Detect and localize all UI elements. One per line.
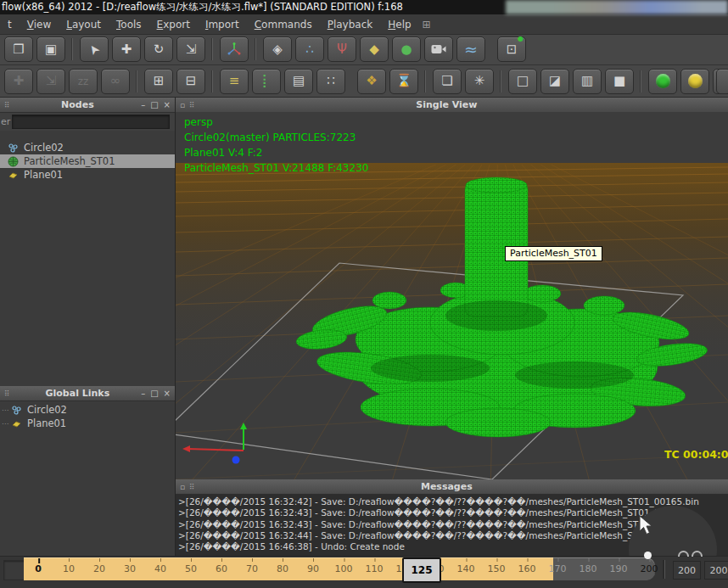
mouse-cursor-icon <box>638 515 657 537</box>
messages-header: ▫ ⠿ Messages <box>176 479 728 495</box>
emitter-panel-button[interactable]: ≡ <box>220 69 249 94</box>
menu-item-help[interactable]: Help <box>380 15 418 34</box>
nodes-panel: ⠿ Nodes – □ × er Circle02 <box>0 98 176 386</box>
hub-button[interactable]: ⊡● <box>497 36 526 62</box>
axis-tool-button[interactable] <box>220 36 249 62</box>
particle-ring-button[interactable]: ∷ <box>316 69 345 94</box>
grip-icon[interactable]: ⠿ <box>4 389 10 398</box>
menu-item-export[interactable]: Export <box>149 15 198 34</box>
focus-cube-button[interactable]: ❏ <box>433 69 462 94</box>
toolbar-separator <box>253 38 259 60</box>
cube-solid-button[interactable]: ■ <box>605 69 634 94</box>
menu-item-playback[interactable]: Playback <box>320 15 381 34</box>
glow-button[interactable]: ✳ <box>465 69 494 94</box>
yellow-light-icon <box>688 74 703 88</box>
menu-item-layout[interactable]: Layout <box>59 15 109 34</box>
grip-icon[interactable]: ⠿ <box>189 101 195 109</box>
minimize-icon[interactable]: – <box>141 100 146 109</box>
ruler-button[interactable]: ▤ <box>284 69 313 94</box>
cache-cube-b-button[interactable]: ⊟ <box>176 69 205 94</box>
emitter-circle-icon <box>8 143 19 154</box>
rotate-tool-button[interactable]: ↻ <box>144 36 173 62</box>
tree-expander-icon[interactable]: ⋯ <box>2 420 8 428</box>
window-layout-icon[interactable]: ⊞ <box>423 19 431 31</box>
max-frame-field[interactable]: 200 <box>704 561 728 580</box>
menu-item-import[interactable]: Import <box>198 15 247 34</box>
link-circles-icon: ∞ <box>110 75 121 87</box>
panel-square-icon[interactable]: ▫ <box>180 483 185 491</box>
close-icon[interactable]: × <box>164 100 171 109</box>
viewport-canvas[interactable]: persp Circle02(master) PARTICLES:7223 Pl… <box>176 112 728 479</box>
cube-cut-button[interactable]: ◪ <box>540 69 569 94</box>
cube-shade-button[interactable]: ▥ <box>573 69 602 94</box>
save-button[interactable]: ▣ <box>36 36 65 62</box>
scale-tool-button[interactable]: ⇲ <box>176 36 205 62</box>
hourglass-button[interactable]: ⌛ <box>389 69 418 94</box>
cube-shaded-icon: ▥ <box>581 75 593 87</box>
menu-item-commands[interactable]: Commands <box>247 15 320 34</box>
mesh-button[interactable]: ● <box>392 36 421 62</box>
node-row-plane01[interactable]: Plane01 <box>0 168 175 182</box>
spinner-arcs-icon[interactable] <box>678 551 703 557</box>
partial-button[interactable] <box>716 69 728 94</box>
cache-cube-a-button[interactable]: ⊞ <box>144 69 173 94</box>
select-tool-button[interactable]: ➤ <box>80 36 109 62</box>
nodes-filter-input[interactable] <box>12 115 170 129</box>
plane-icon <box>8 170 19 181</box>
geometry-button[interactable]: ◈ <box>263 36 292 62</box>
daemon-button[interactable]: Ψ <box>328 36 356 62</box>
ghost-link-button[interactable]: ∞ <box>101 69 130 94</box>
hud-emitter-stats: Circle02(master) PARTICLES:7223 <box>184 132 368 147</box>
node-row-circle02[interactable]: Circle02 <box>0 141 175 154</box>
ghost-sleep-button[interactable]: zz <box>69 69 98 94</box>
timecode-label: TC 00:04:09 <box>664 448 728 461</box>
timeline-scrubber[interactable]: 0 10 20 30 40 50 60 70 80 90 100 110 120… <box>24 557 655 580</box>
emitter-list-icon: ≡ <box>229 75 240 87</box>
scale-arrow-icon: ⇲ <box>186 43 197 56</box>
tick-label: 40 <box>154 557 166 580</box>
toolbar-separator <box>210 70 216 92</box>
link-row-circle02[interactable]: ⋯ Circle02 <box>0 403 175 417</box>
cursor-arrow-icon: ➤ <box>86 42 103 58</box>
open-button[interactable]: ❒ <box>4 36 33 62</box>
grip-icon[interactable]: ⠿ <box>189 483 195 491</box>
rocks-button[interactable]: ❖ <box>357 69 386 94</box>
hud-mesh-stats: ParticleMesh_ST01 V:21488 F:43230 <box>184 162 368 177</box>
global-links-list: ⋯ Circle02 ⋯ Plane01 <box>0 401 175 430</box>
nodes-list: Circle02 ParticleMesh_ST01 Plane01 <box>0 131 175 182</box>
float-icon[interactable]: □ <box>150 100 159 109</box>
float-icon[interactable]: □ <box>150 389 159 398</box>
log-line: >[26/����/2015 16:32:42] - Save: D:/reaf… <box>178 496 728 507</box>
menu-item-tools[interactable]: Tools <box>109 15 149 34</box>
move-tool-button[interactable]: ✚ <box>112 36 141 62</box>
emitter-button[interactable]: ∴ <box>295 36 324 62</box>
scale-pivot-icon: ⇲ <box>46 75 57 87</box>
sim-pause-button[interactable] <box>680 69 709 94</box>
cube-wire-button[interactable]: □ <box>508 69 537 94</box>
cube-wire-icon: □ <box>517 75 529 87</box>
realwave-button[interactable]: ≈ <box>456 36 485 62</box>
link-row-plane01[interactable]: ⋯ Plane01 <box>0 417 175 430</box>
toolbar-separator <box>638 70 644 92</box>
particle-column-button[interactable]: ⡇ <box>252 69 281 94</box>
hud-plane-stats: Plane01 V:4 F:2 <box>184 147 368 162</box>
ghost-scale-button[interactable]: ⇲ <box>36 69 65 94</box>
menu-item-view[interactable]: View <box>20 15 59 34</box>
current-frame-indicator[interactable]: 125 <box>402 557 441 583</box>
end-frame-field[interactable]: 200 <box>673 561 701 580</box>
camera-button[interactable] <box>424 36 453 62</box>
close-icon[interactable]: × <box>164 389 171 398</box>
panel-square-icon[interactable]: ▫ <box>180 101 185 109</box>
ghost-move-button[interactable]: ✚ <box>4 69 33 94</box>
sim-go-button[interactable] <box>648 69 677 94</box>
grip-icon[interactable]: ⠿ <box>4 101 10 109</box>
tick-label: 30 <box>124 557 136 580</box>
mesh-cube-button[interactable]: ◆ <box>360 36 389 62</box>
menu-item-edit-cropped[interactable]: t <box>0 15 20 34</box>
camera-icon <box>431 44 446 54</box>
viewport-title: Single View <box>199 99 694 110</box>
tree-expander-icon[interactable]: ⋯ <box>2 406 8 414</box>
minimize-icon[interactable]: – <box>141 389 146 398</box>
tick-label: 20 <box>93 557 105 580</box>
node-row-particlemesh[interactable]: ParticleMesh_ST01 <box>0 154 175 168</box>
